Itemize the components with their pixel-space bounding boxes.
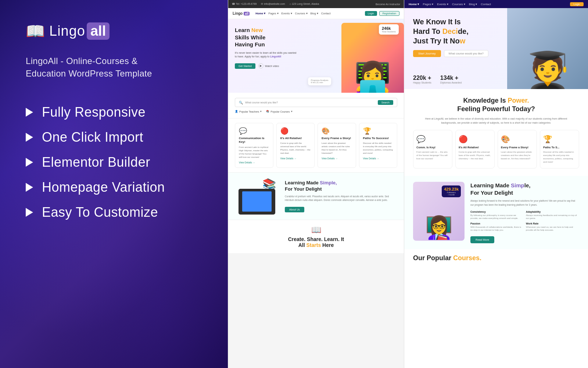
logo-area: 📖 Lingo all <box>26 22 202 40</box>
search-filters: 👤 Popular Teachers ▾ 📚 Popular Courses ▾ <box>235 110 397 113</box>
far-right-hero: We Know It Is Hard To Decide, Just Try I… <box>404 8 588 89</box>
far-right-knowledge-title: Knowledge Is Power. Feeling Powerful Tod… <box>413 96 579 114</box>
hero-brand: LingoAll! <box>270 55 281 58</box>
far-right-learning-title: Learning Made Simple, For Your Delight <box>470 182 579 196</box>
logo-all: all <box>90 23 106 39</box>
course-card-1-link[interactable]: View Details → <box>239 161 269 164</box>
learning-attr-1-desc: By following our philosophy in every cou… <box>470 214 524 220</box>
far-right-title-highlight: Deci <box>442 27 458 35</box>
feature-label-4: Homepage Variation <box>42 180 165 195</box>
followers-num: 429.23k <box>444 187 459 191</box>
far-right-card-4-title: Paths To S... <box>543 146 576 149</box>
far-right-hero-title: We Know It Is Hard To Decide, Just Try I… <box>413 17 501 46</box>
feature-item-5: Easy To Customize <box>26 202 202 223</box>
far-right-card-4[interactable]: 🏆 Paths To S... Discover all the skills … <box>540 130 579 169</box>
feature-item-1: Fully Responsive <box>26 102 202 123</box>
filter-courses[interactable]: 📚 Popular Courses ▾ <box>266 110 292 113</box>
preview-courses-grid: 💬 Communication Is Key! From ancient Lat… <box>228 118 404 172</box>
course-card-1-title: Communication Is Key! <box>239 137 269 144</box>
nav-link-courses[interactable]: Courses ▾ <box>295 12 308 15</box>
filter-teachers-icon: 👤 <box>235 110 238 113</box>
far-right-stat-1: 220k + Happy Students <box>413 75 431 84</box>
filter-teachers[interactable]: 👤 Popular Teachers ▾ <box>235 110 262 113</box>
arrow-icon-3 <box>26 158 33 167</box>
far-right-courses-title: Our Popular Courses. <box>404 249 588 265</box>
learning-attr-2-desc: Always receiving feedbacks and remaining… <box>526 214 579 220</box>
nav-link-contact[interactable]: Contact <box>321 12 331 15</box>
course-card-2[interactable]: 🔴 It's All Relative! Come to grap with t… <box>276 123 315 168</box>
learning-attr-4-title: Work Rate <box>526 222 579 225</box>
far-right-topbar: Home ▾ Pages ▾ Events ▾ Courses ▾ Blog ▾… <box>404 0 588 8</box>
course-card-1[interactable]: 💬 Communication Is Key! From ancient Lat… <box>235 123 273 168</box>
feature-item-2: One Click Import <box>26 127 202 148</box>
far-right-nav-pages[interactable]: Pages ▾ <box>423 3 433 6</box>
course-card-3-desc: Learn about the greatest artistic creato… <box>322 142 352 155</box>
nav-link-events[interactable]: Events ▾ <box>282 12 292 15</box>
registration-button[interactable]: Registration <box>379 11 399 16</box>
far-right-stat-2: 134k + Diplomas Awarded <box>440 75 462 84</box>
course-card-4-icon: 🏆 <box>363 127 394 135</box>
learning-title-highlight: Simp <box>511 182 524 188</box>
bottom-logo: 📖 <box>235 225 397 235</box>
arrow-icon-5 <box>26 208 33 217</box>
stat-2-num: 134k + <box>440 75 462 81</box>
nav-link-blog[interactable]: Blog ▾ <box>311 12 318 15</box>
navbar-logo-all: all <box>244 12 250 15</box>
preview-navbar: Lingo all Home ▾ Pages ▾ Events ▾ Course… <box>228 8 404 19</box>
course-card-3-link[interactable]: View Details → <box>322 157 352 160</box>
search-input[interactable]: What course would you like? <box>245 101 376 104</box>
far-right-cards: 💬 Comm. Is Key! From ancient Latin to ..… <box>413 130 579 169</box>
far-right-card-2[interactable]: 🔴 It's All Relative! Come to grap with t… <box>455 130 495 169</box>
logo-lingo: Lingo <box>49 23 85 39</box>
feature-label-1: Fully Responsive <box>42 105 146 120</box>
course-card-2-link[interactable]: View Details → <box>280 157 311 160</box>
far-right-card-3[interactable]: 🎨 Every Frame a Story! Learn about the g… <box>498 130 537 169</box>
course-card-4[interactable]: 🏆 Paths To Success! Discover all the ski… <box>359 123 398 168</box>
logo-text: Lingo all <box>49 22 110 40</box>
preview-topbar: ☎ Tel: +123-45-6789 ✉ info@website.com ⌂… <box>228 0 404 8</box>
nav-link-home[interactable]: Home ▾ <box>255 12 265 15</box>
far-right-card-1[interactable]: 💬 Comm. Is Key! From ancient Latin to ..… <box>413 130 452 169</box>
bottom-tagline-highlight: Starts <box>306 242 321 248</box>
feature-label-5: Easy To Customize <box>42 205 158 220</box>
become-instructor-link[interactable]: Become An Instructor <box>376 3 400 6</box>
filter-teachers-label: Popular Teachers <box>239 110 259 113</box>
nav-link-pages[interactable]: Pages ▾ <box>268 12 278 15</box>
far-right-nav-courses[interactable]: Courses ▾ <box>452 3 465 6</box>
hero-buttons: Get Started ▶ Watch video <box>235 63 324 69</box>
preview-nav-links: Home ▾ Pages ▾ Events ▾ Courses ▾ Blog ▾… <box>255 12 330 15</box>
watch-video-button[interactable]: ▶ Watch video <box>258 63 279 68</box>
get-started-button[interactable]: Get Started <box>235 63 255 69</box>
far-right-login-button[interactable]: Login <box>570 2 584 6</box>
far-right-card-4-desc: Discover all the skills needed in everyd… <box>543 151 576 164</box>
learning-attr-4-desc: Whenever you need us, we are here to hel… <box>526 226 579 232</box>
far-right-hero-image-inner <box>507 8 588 89</box>
about-us-button[interactable]: About Us <box>285 207 304 212</box>
course-card-4-title: Paths To Success! <box>363 137 394 140</box>
far-right-nav-contact[interactable]: Contact <box>481 3 491 6</box>
far-right-card-1-desc: From ancient Latin to ... the arts of th… <box>416 151 449 160</box>
far-right-nav-blog[interactable]: Blog ▾ <box>469 3 477 6</box>
topbar-email: ✉ info@website.com <box>261 3 285 6</box>
far-right-nav-home[interactable]: Home ▾ <box>409 3 419 6</box>
course-card-2-desc: Come to grap with the universal laws of … <box>280 142 311 155</box>
book-icon: 📖 <box>26 22 45 40</box>
learning-attr-1-title: Consistency <box>470 210 524 213</box>
followers-badge: 429.23k Followers / month <box>442 185 461 197</box>
login-button[interactable]: Login <box>365 11 377 16</box>
search-course-button[interactable]: What course would you like? <box>444 50 488 57</box>
filter-courses-arrow: ▾ <box>291 110 293 113</box>
course-card-4-link[interactable]: View Details → <box>363 157 394 160</box>
far-right-card-2-desc: Come to grap with the universal laws of … <box>459 151 491 160</box>
hero-subtitle: It's never been easier to learn all the … <box>235 51 324 59</box>
far-right-learning-desc: Always looking forward to the newest and… <box>470 199 579 207</box>
far-right-card-1-icon: 💬 <box>416 135 449 144</box>
search-button[interactable]: Search <box>378 100 393 105</box>
far-right-nav-events[interactable]: Events ▾ <box>437 3 448 6</box>
preview-hero: Learn New Skills WhileHaving Fun It's ne… <box>228 19 404 93</box>
read-more-button[interactable]: Read More <box>470 236 494 243</box>
course-card-3[interactable]: 🎨 Every Frame a Story! Learn about the g… <box>318 123 356 168</box>
start-journey-button[interactable]: Start Journey <box>413 50 441 57</box>
laptop-icon <box>239 189 275 215</box>
feature-item-4: Homepage Variation <box>26 177 202 198</box>
